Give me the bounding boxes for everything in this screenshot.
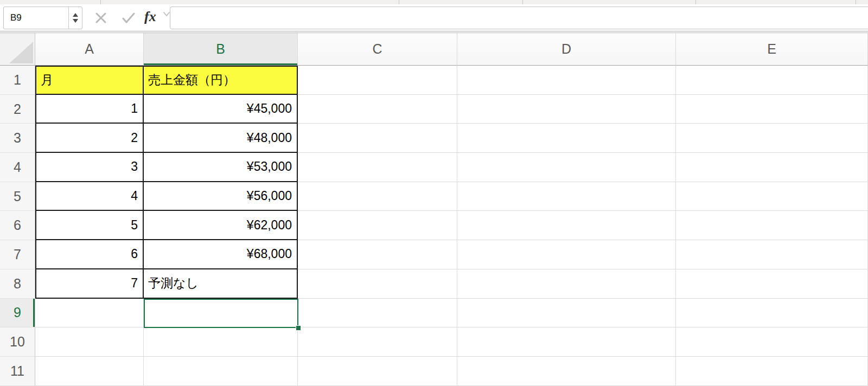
cell-A11[interactable]	[35, 357, 144, 386]
cell-D5[interactable]	[457, 182, 676, 211]
cell-A10[interactable]	[35, 327, 144, 357]
cell-C10[interactable]	[298, 327, 457, 357]
cell-D6[interactable]	[457, 211, 676, 240]
cell-D4[interactable]	[457, 153, 676, 182]
cell-A1[interactable]: 月	[35, 66, 144, 95]
cell-E11[interactable]	[676, 357, 868, 386]
cell-D3[interactable]	[457, 124, 676, 153]
cell-B10[interactable]	[144, 327, 298, 357]
cell-D1[interactable]	[457, 66, 676, 95]
row-header-11[interactable]: 11	[0, 357, 35, 386]
ribbon-group-divider	[100, 0, 101, 4]
cell-D8[interactable]	[457, 269, 676, 299]
cell-C5[interactable]	[298, 182, 457, 211]
row-header-3[interactable]: 3	[0, 124, 35, 153]
cell-C4[interactable]	[298, 153, 457, 182]
row-header-4[interactable]: 4	[0, 153, 35, 182]
cell-C6[interactable]	[298, 211, 457, 240]
row-header-8[interactable]: 8	[0, 269, 35, 299]
ribbon-group-divider	[856, 0, 856, 4]
cell-B5[interactable]: ¥56,000	[144, 182, 298, 211]
cell-D11[interactable]	[457, 357, 676, 386]
cell-D2[interactable]	[457, 95, 676, 124]
cell-C7[interactable]	[298, 240, 457, 269]
stepper-down-icon[interactable]	[73, 19, 78, 23]
ribbon-group-divider	[695, 0, 696, 4]
row-header-6[interactable]: 6	[0, 211, 35, 240]
cell-E4[interactable]	[676, 153, 868, 182]
cell-C11[interactable]	[298, 357, 457, 386]
cell-B9[interactable]	[144, 299, 298, 328]
function-icon[interactable]: fx	[144, 9, 156, 25]
cell-A9[interactable]	[35, 299, 144, 328]
cell-E7[interactable]	[676, 240, 868, 269]
column-header-C[interactable]: C	[298, 33, 457, 66]
cell-A2[interactable]: 1	[35, 95, 144, 124]
spreadsheet-grid: ABCDE1月売上金額（円）21¥45,00032¥48,00043¥53,00…	[0, 33, 868, 386]
stepper-up-icon[interactable]	[73, 13, 78, 17]
cancel-icon[interactable]	[94, 11, 107, 24]
ribbon-group-divider	[399, 0, 399, 4]
chevron-down-icon[interactable]	[163, 11, 170, 17]
row-header-9[interactable]: 9	[0, 299, 35, 328]
cell-A4[interactable]: 3	[35, 153, 144, 182]
cell-C9[interactable]	[298, 299, 457, 328]
cell-A6[interactable]: 5	[35, 211, 144, 240]
cell-A5[interactable]: 4	[35, 182, 144, 211]
fill-handle[interactable]	[296, 325, 301, 331]
cell-B4[interactable]: ¥53,000	[144, 153, 298, 182]
name-box-stepper[interactable]	[68, 7, 82, 29]
cell-A8[interactable]: 7	[35, 269, 144, 299]
name-box-value: B9	[4, 12, 68, 23]
cell-E9[interactable]	[676, 299, 868, 328]
column-header-B[interactable]: B	[144, 33, 298, 66]
ribbon-bottom-strip	[0, 0, 868, 4]
row-header-7[interactable]: 7	[0, 240, 35, 269]
cell-D7[interactable]	[457, 240, 676, 269]
cell-B1[interactable]: 売上金額（円）	[144, 66, 298, 95]
cell-C3[interactable]	[298, 124, 457, 153]
cell-B11[interactable]	[144, 357, 298, 386]
cell-E3[interactable]	[676, 124, 868, 153]
cell-A7[interactable]: 6	[35, 240, 144, 269]
formula-bar: B9 fx	[0, 4, 868, 31]
row-header-1[interactable]: 1	[0, 66, 35, 95]
enter-icon[interactable]	[122, 11, 136, 24]
row-header-2[interactable]: 2	[0, 95, 35, 124]
cell-E6[interactable]	[676, 211, 868, 240]
column-header-A[interactable]: A	[35, 33, 144, 66]
ribbon-group-divider	[522, 0, 523, 4]
formula-input[interactable]	[170, 7, 868, 29]
cell-E2[interactable]	[676, 95, 868, 124]
cell-B2[interactable]: ¥45,000	[144, 95, 298, 124]
cell-C2[interactable]	[298, 95, 457, 124]
row-header-10[interactable]: 10	[0, 327, 35, 357]
cell-B3[interactable]: ¥48,000	[144, 124, 298, 153]
cell-C8[interactable]	[298, 269, 457, 299]
cell-C1[interactable]	[298, 66, 457, 95]
row-header-5[interactable]: 5	[0, 182, 35, 211]
cell-E10[interactable]	[676, 327, 868, 357]
column-header-E[interactable]: E	[676, 33, 868, 66]
cell-B7[interactable]: ¥68,000	[144, 240, 298, 269]
select-all-corner[interactable]	[0, 33, 35, 66]
cell-B6[interactable]: ¥62,000	[144, 211, 298, 240]
cell-E5[interactable]	[676, 182, 868, 211]
cell-E8[interactable]	[676, 269, 868, 299]
cell-D9[interactable]	[457, 299, 676, 328]
column-header-D[interactable]: D	[457, 33, 676, 66]
cell-B8[interactable]: 予測なし	[144, 269, 298, 299]
cell-D10[interactable]	[457, 327, 676, 357]
name-box[interactable]: B9	[3, 7, 82, 29]
cell-E1[interactable]	[676, 66, 868, 95]
select-all-triangle-icon	[9, 42, 33, 63]
cell-A3[interactable]: 2	[35, 124, 144, 153]
